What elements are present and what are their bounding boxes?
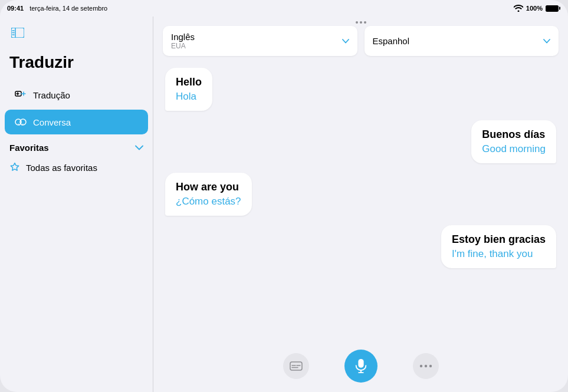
target-lang-info: Espanhol [373, 36, 410, 46]
message-1-translation: Hola [176, 91, 202, 103]
sidebar-toggle-area [0, 26, 153, 51]
time: 09:41 [7, 5, 24, 12]
dot-3 [364, 21, 366, 24]
source-lang-name: Inglês [171, 32, 195, 42]
chat-area: Hello Hola Buenos días Good morning How … [153, 61, 568, 342]
message-3: How are you ¿Cómo estás? [165, 173, 252, 216]
more-options-button[interactable] [413, 353, 439, 379]
status-bar-right: 100% [514, 5, 559, 12]
svg-point-17 [429, 365, 431, 367]
app-title: Traduzir [0, 51, 153, 81]
message-1: Hello Hola [165, 68, 212, 111]
battery-label: 100% [526, 5, 543, 12]
nav-label-conversa: Conversa [33, 117, 71, 127]
message-3-main: How are you [176, 181, 241, 193]
microphone-icon [353, 358, 369, 374]
favoritas-chevron[interactable] [135, 145, 143, 150]
status-bar: 09:41 terça-feira, 14 de setembro 100% [0, 0, 568, 17]
conversation-icon [14, 116, 27, 129]
message-4: Estoy bien gracias I'm fine, thank you [441, 225, 556, 268]
source-lang-sub: EUA [171, 42, 195, 50]
more-options-icon [419, 360, 432, 373]
message-2-main: Buenos días [482, 129, 546, 141]
battery-icon [546, 5, 559, 12]
star-icon [9, 162, 20, 173]
top-dots [356, 21, 366, 24]
status-bar-left: 09:41 terça-feira, 14 de setembro [7, 5, 107, 12]
svg-point-16 [424, 365, 426, 367]
todas-favoritas-item[interactable]: Todas as favoritas [0, 157, 153, 177]
svg-point-15 [419, 365, 422, 367]
bottom-toolbar [153, 342, 568, 392]
sidebar-toggle-icon[interactable] [9, 26, 26, 39]
microphone-button[interactable] [344, 350, 377, 383]
favoritas-header: Favoritas [0, 136, 153, 157]
subtitles-button[interactable] [283, 353, 309, 379]
dot-1 [356, 21, 358, 24]
message-4-translation: I'm fine, thank you [452, 248, 546, 260]
sidebar: Traduzir Tradução Convers [0, 17, 153, 392]
source-language-selector[interactable]: Inglês EUA [163, 26, 357, 56]
source-chevron-icon [342, 39, 349, 44]
nav-item-conversa[interactable]: Conversa [5, 110, 148, 134]
message-2: Buenos días Good morning [471, 120, 556, 163]
nav-label-traducao: Tradução [33, 90, 70, 100]
svg-rect-8 [290, 362, 302, 370]
svg-rect-12 [358, 359, 363, 368]
nav-item-traducao[interactable]: Tradução [5, 83, 148, 107]
wifi-icon [514, 5, 523, 12]
favoritas-label: Favoritas [9, 143, 49, 153]
subtitles-icon [290, 360, 303, 373]
translate-icon [14, 88, 27, 101]
dot-2 [360, 21, 362, 24]
target-lang-name: Espanhol [373, 36, 410, 46]
source-lang-info: Inglês EUA [171, 32, 195, 50]
target-chevron-icon [543, 39, 550, 44]
battery-fill [546, 6, 558, 11]
todas-favoritas-label: Todas as favoritas [26, 163, 97, 173]
message-2-translation: Good morning [482, 143, 546, 155]
target-language-selector[interactable]: Espanhol [365, 26, 559, 56]
message-1-main: Hello [176, 76, 202, 88]
message-3-translation: ¿Cómo estás? [176, 196, 241, 207]
language-bar: Inglês EUA Espanhol [153, 19, 568, 61]
date: terça-feira, 14 de setembro [29, 5, 107, 12]
message-4-main: Estoy bien gracias [452, 233, 546, 246]
content-area: Inglês EUA Espanhol Hello H [153, 17, 568, 392]
main-container: Traduzir Tradução Convers [0, 17, 568, 392]
